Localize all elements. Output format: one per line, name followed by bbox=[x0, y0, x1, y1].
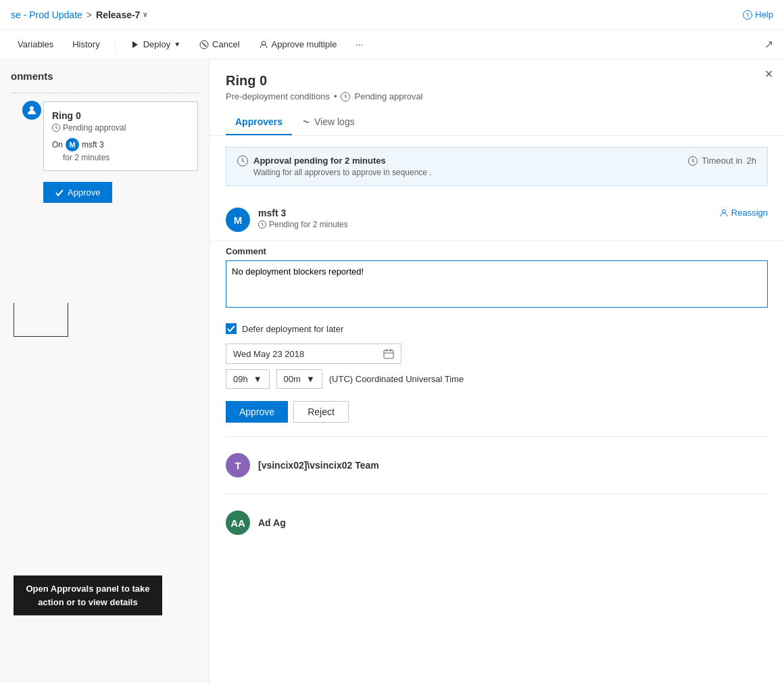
checkmark-icon bbox=[55, 189, 64, 197]
panel-header: Ring 0 Pre-deployment conditions • Pendi… bbox=[210, 60, 784, 101]
approver-name-3: Ad Ag bbox=[258, 517, 286, 528]
approver-row-3: AA Ad Ag bbox=[210, 500, 784, 546]
minutes-select[interactable]: 00m ▼ bbox=[276, 369, 322, 389]
svg-line-4 bbox=[202, 43, 206, 47]
approver-avatar-3: AA bbox=[226, 511, 250, 535]
banner-left: Approval pending for 2 minutes Waiting f… bbox=[237, 156, 432, 177]
panel-subtitle: Pre-deployment conditions • Pending appr… bbox=[226, 91, 768, 101]
defer-label: Defer deployment for later bbox=[242, 324, 343, 334]
close-button[interactable]: ✕ bbox=[764, 68, 773, 80]
expand-icon[interactable]: ↗ bbox=[764, 38, 773, 51]
tab-view-logs[interactable]: View logs bbox=[292, 110, 364, 135]
reassign-button[interactable]: Reassign bbox=[719, 208, 768, 218]
release-7-label: Release-7 ∨ bbox=[96, 9, 147, 20]
action-row: Approve Reject bbox=[210, 393, 784, 431]
release-name-link[interactable]: se - Prod Update bbox=[11, 9, 82, 20]
approver-name-2: [vsincix02]\vsincix02 Team bbox=[258, 460, 379, 471]
breadcrumb-chevron: > bbox=[87, 9, 92, 20]
deploy-button[interactable]: Deploy ▼ bbox=[124, 37, 187, 52]
banner-subtitle: Waiting for all approvers to approve in … bbox=[253, 168, 432, 177]
clock-icon-banner bbox=[237, 156, 248, 166]
toolbar-divider bbox=[115, 38, 116, 51]
tab-approvers[interactable]: Approvers bbox=[226, 110, 292, 135]
deploy-caret: ▼ bbox=[174, 41, 180, 48]
tooltip-box: Open Approvals panel to take action or t… bbox=[14, 575, 162, 615]
person-icon-box bbox=[22, 101, 41, 120]
utc-label: (UTC) Coordinated Universal Time bbox=[329, 374, 464, 384]
cancel-icon bbox=[199, 40, 209, 49]
section-divider-1 bbox=[226, 436, 768, 437]
chevron-down-icon-hours: ▼ bbox=[253, 374, 262, 384]
comment-label: Comment bbox=[226, 246, 768, 256]
approver-row-1: M msft 3 Pending for 2 minutes Reassign bbox=[210, 197, 784, 241]
ring-card-title: Ring 0 bbox=[52, 110, 189, 121]
section-divider-2 bbox=[226, 494, 768, 494]
approve-multiple-button[interactable]: Approve multiple bbox=[252, 37, 344, 52]
release-caret[interactable]: ∨ bbox=[143, 11, 147, 18]
breadcrumb: se - Prod Update > Release-7 ∨ bbox=[11, 9, 743, 20]
timeout-icon bbox=[688, 156, 697, 166]
ring-card-user: On M msft 3 bbox=[52, 138, 189, 151]
connector-line-v bbox=[68, 303, 68, 337]
chevron-down-icon-minutes: ▼ bbox=[306, 374, 315, 384]
ring-card-time: for 2 minutes bbox=[63, 153, 189, 162]
cancel-button[interactable]: Cancel bbox=[193, 37, 246, 52]
clock-icon-subtitle bbox=[341, 92, 350, 101]
svg-text:?: ? bbox=[746, 12, 750, 19]
deploy-icon bbox=[130, 40, 140, 49]
svg-rect-13 bbox=[384, 350, 393, 358]
approve-button-left[interactable]: Approve bbox=[45, 183, 111, 202]
checkmark-defer-icon bbox=[227, 325, 235, 333]
approve-multiple-icon bbox=[259, 40, 268, 49]
svg-point-12 bbox=[722, 210, 725, 213]
reject-button-panel[interactable]: Reject bbox=[293, 401, 349, 423]
approver-avatar-1: M bbox=[226, 208, 250, 232]
right-panel: ✕ Ring 0 Pre-deployment conditions • Pen… bbox=[210, 60, 784, 683]
clock-icon-approver bbox=[258, 220, 266, 229]
hours-select[interactable]: 09h ▼ bbox=[226, 369, 270, 389]
date-input[interactable]: Wed May 23 2018 bbox=[226, 344, 401, 364]
defer-row[interactable]: Defer deployment for later bbox=[210, 318, 784, 339]
ring-card-status: Pending approval bbox=[52, 123, 189, 133]
ring-card[interactable]: Ring 0 Pending approval On M msft 3 for … bbox=[43, 101, 198, 171]
time-row: 09h ▼ 00m ▼ (UTC) Coordinated Universal … bbox=[226, 369, 768, 389]
defer-checkbox[interactable] bbox=[226, 323, 237, 334]
panel-tabs: Approvers View logs bbox=[210, 110, 784, 136]
section-divider-dashed bbox=[11, 93, 198, 93]
calendar-icon bbox=[383, 348, 394, 359]
clock-icon-small bbox=[52, 124, 60, 132]
approval-banner: Approval pending for 2 minutes Waiting f… bbox=[226, 147, 768, 186]
approver-name-1: msft 3 bbox=[258, 208, 719, 218]
main-layout: onments Ring 0 Pending approval On M msf… bbox=[0, 60, 784, 683]
help-icon: ? bbox=[743, 10, 752, 20]
reassign-icon bbox=[719, 208, 729, 218]
svg-point-6 bbox=[30, 106, 34, 110]
svg-marker-2 bbox=[132, 41, 138, 48]
datetime-row: Wed May 23 2018 09h ▼ 00m ▼ (UTC) Coordi… bbox=[210, 339, 784, 393]
left-panel-header: onments bbox=[0, 60, 209, 87]
help-link[interactable]: ? Help bbox=[743, 9, 773, 20]
banner-right: Timeout in 2h bbox=[688, 156, 756, 166]
user-avatar-small: M bbox=[66, 138, 79, 151]
variables-button[interactable]: Variables bbox=[11, 37, 60, 52]
more-button[interactable]: ··· bbox=[349, 37, 370, 52]
approver-row-2: T [vsincix02]\vsincix02 Team bbox=[210, 442, 784, 488]
comment-textarea[interactable]: No deployment blockers reported! bbox=[226, 260, 768, 308]
connector-line-v2 bbox=[14, 303, 14, 336]
person-icon bbox=[26, 105, 37, 116]
logs-icon bbox=[301, 117, 311, 126]
connector-line-h bbox=[14, 336, 68, 337]
comment-section: Comment No deployment blockers reported! bbox=[210, 241, 784, 318]
panel-title: Ring 0 bbox=[226, 73, 768, 89]
approver-info-1: msft 3 Pending for 2 minutes bbox=[258, 208, 719, 229]
toolbar: Variables History Deploy ▼ Cancel Approv… bbox=[0, 30, 784, 60]
approve-button-panel[interactable]: Approve bbox=[226, 401, 288, 423]
history-button[interactable]: History bbox=[66, 37, 106, 52]
approver-avatar-2: T bbox=[226, 453, 250, 477]
approve-btn-box: Approve bbox=[43, 182, 112, 203]
top-bar: se - Prod Update > Release-7 ∨ ? Help bbox=[0, 0, 784, 30]
approver-status-1: Pending for 2 minutes bbox=[258, 220, 719, 229]
banner-title: Approval pending for 2 minutes bbox=[253, 156, 432, 166]
left-panel: onments Ring 0 Pending approval On M msf… bbox=[0, 60, 210, 683]
